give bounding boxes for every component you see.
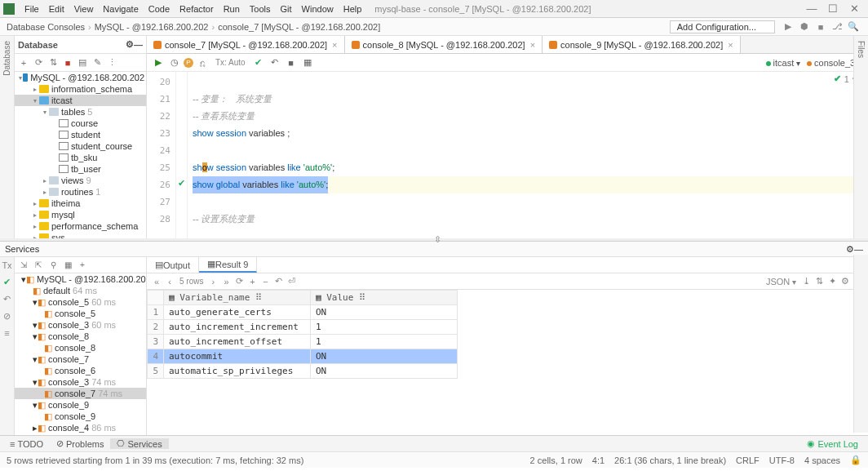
db-tree-item[interactable]: tb_sku: [15, 152, 146, 163]
close-tab-icon[interactable]: ×: [530, 40, 535, 50]
db-tree-item[interactable]: ▾MySQL - @192.168.200.202: [15, 72, 146, 83]
table-row[interactable]: 3auto_increment_offset1: [148, 335, 458, 349]
first-page-icon[interactable]: «: [150, 277, 163, 287]
services-tree-item[interactable]: ◧console_6: [15, 365, 146, 376]
commit-icon[interactable]: ⎌: [195, 56, 210, 69]
db-tree-item[interactable]: course: [15, 118, 146, 129]
db-tree-item[interactable]: ▸views9: [15, 175, 146, 186]
table-row[interactable]: 2auto_increment_increment1: [148, 320, 458, 335]
db-tree-item[interactable]: ▸information_schema: [15, 83, 146, 95]
splitter[interactable]: ⇳: [0, 238, 868, 241]
services-tree-item[interactable]: ▾◧console_8: [15, 331, 146, 342]
menu-git[interactable]: Git: [276, 4, 297, 14]
services-tree-item[interactable]: ▾◧MySQL - @192.168.200.20: [15, 273, 146, 285]
event-log-tab[interactable]: ◉ Event Log: [800, 438, 865, 449]
services-tab[interactable]: ⎔ Services: [110, 438, 168, 449]
sv-add-icon[interactable]: +: [76, 259, 89, 272]
result-tab[interactable]: ▦ Result 9: [199, 257, 257, 273]
services-hide-icon[interactable]: ―: [854, 244, 863, 254]
del-row-icon[interactable]: −: [259, 277, 272, 287]
tx-mode[interactable]: Tx: Auto: [215, 58, 246, 67]
editor-tab-1[interactable]: console_8 [MySQL - @192.168.200.202]×: [345, 36, 543, 53]
services-tree[interactable]: ▾◧MySQL - @192.168.200.20◧default64 ms▾◧…: [15, 273, 146, 435]
edit-icon[interactable]: ✎: [91, 56, 104, 69]
run-config-combo[interactable]: Add Configuration...: [670, 20, 775, 33]
tx-icon[interactable]: Tx: [2, 260, 11, 270]
rail-database-label[interactable]: Database: [2, 41, 11, 76]
services-tree-item[interactable]: ◧console_8: [15, 342, 146, 353]
sv-group-icon[interactable]: ▦: [61, 259, 74, 272]
menu-view[interactable]: View: [69, 4, 99, 14]
database-tree[interactable]: ▾MySQL - @192.168.200.202▸information_sc…: [15, 72, 146, 238]
services-tree-item[interactable]: ▾◧console_374 ms: [15, 376, 146, 388]
close-tab-icon[interactable]: ×: [332, 40, 337, 50]
table-row[interactable]: 4autocommitON: [148, 349, 458, 364]
status-indent[interactable]: 4 spaces: [804, 455, 840, 465]
maximize-button[interactable]: ☐: [822, 2, 844, 15]
services-tree-item[interactable]: ▾◧console_560 ms: [15, 296, 146, 308]
plan-icon[interactable]: P: [184, 58, 193, 68]
sync-icon[interactable]: ⇅: [46, 56, 60, 69]
menu-code[interactable]: Code: [144, 4, 175, 14]
services-tree-item[interactable]: ▾◧console_7: [15, 353, 146, 365]
services-gear-icon[interactable]: ⚙: [846, 244, 854, 255]
sv-collapse-icon[interactable]: ⇱: [32, 259, 45, 272]
editor-tab-2[interactable]: console_9 [MySQL - @192.168.200.202]×: [542, 36, 741, 53]
crumb-root[interactable]: Database Consoles: [7, 22, 85, 32]
next-page-icon[interactable]: ›: [206, 277, 219, 287]
stop-icon[interactable]: ■: [61, 56, 74, 69]
add-icon[interactable]: +: [17, 56, 30, 69]
db-tree-item[interactable]: tb_user: [15, 163, 146, 175]
explain-icon[interactable]: ◷: [167, 56, 182, 69]
commit-row-icon[interactable]: ⏎: [285, 276, 298, 287]
status-crlf[interactable]: CRLF: [736, 455, 760, 465]
services-tree-item[interactable]: ▾◧console_9: [15, 399, 146, 411]
table-row[interactable]: 5automatic_sp_privilegesON: [148, 364, 458, 379]
sv-filter-icon[interactable]: ⚲: [46, 259, 60, 272]
sv-check-icon[interactable]: ✔: [3, 277, 11, 287]
refresh-icon[interactable]: ⟳: [32, 56, 45, 69]
menu-run[interactable]: Run: [219, 4, 245, 14]
run-icon[interactable]: ▶: [782, 20, 795, 33]
export-icon[interactable]: ⤓: [799, 276, 813, 287]
view-mode[interactable]: JSON ▾: [766, 277, 796, 287]
todo-tab[interactable]: ≡ TODO: [3, 439, 50, 449]
menu-help[interactable]: Help: [339, 4, 367, 14]
db-tree-item[interactable]: student_course: [15, 140, 146, 152]
menu-edit[interactable]: Edit: [44, 4, 69, 14]
editor-body[interactable]: 202122232425262728 ✔ ✔ 1 ^▾ -- 变量： 系统变量-…: [147, 72, 868, 238]
sv-undo-icon[interactable]: ↶: [3, 294, 11, 304]
schema-selector[interactable]: itcast ▾: [766, 58, 800, 68]
result-grid[interactable]: ▦ Variable_name ⠿▦ Value ⠿1auto_generate…: [147, 290, 868, 435]
services-tree-item[interactable]: ▸◧MySQL - @localhost: [15, 433, 146, 435]
add-row-icon[interactable]: +: [246, 277, 259, 287]
stop2-icon[interactable]: ■: [284, 56, 299, 69]
minimize-button[interactable]: ―: [801, 2, 822, 15]
editor-tab-0[interactable]: console_7 [MySQL - @192.168.200.202]×: [147, 36, 345, 53]
filter-icon[interactable]: ▤: [76, 56, 89, 69]
undo-icon[interactable]: ↶: [268, 56, 282, 69]
menu-window[interactable]: Window: [297, 4, 339, 14]
sv-more-icon[interactable]: ≡: [4, 328, 9, 338]
reload-icon[interactable]: ⟳: [232, 276, 246, 287]
debug-icon[interactable]: ⬢: [798, 20, 811, 33]
pin-icon[interactable]: ✦: [826, 276, 839, 287]
menu-file[interactable]: File: [20, 4, 44, 14]
settings-icon[interactable]: ⚙: [839, 276, 852, 287]
revert-icon[interactable]: ↶: [272, 276, 285, 287]
last-page-icon[interactable]: »: [219, 277, 232, 287]
search-icon[interactable]: 🔍: [847, 20, 860, 33]
git-icon[interactable]: ⎇: [830, 20, 844, 33]
db-tree-item[interactable]: student: [15, 129, 146, 140]
stop-icon[interactable]: ■: [814, 20, 827, 33]
check-icon[interactable]: ✔: [251, 56, 266, 69]
crumb-console[interactable]: console_7 [MySQL - @192.168.200.202]: [218, 22, 380, 32]
more-icon[interactable]: ⋮: [105, 56, 118, 69]
crumb-db[interactable]: MySQL - @192.168.200.202: [95, 22, 209, 32]
close-tab-icon[interactable]: ×: [728, 40, 733, 50]
db-tree-item[interactable]: ▸sys: [15, 232, 146, 238]
services-tree-item[interactable]: ◧console_9: [15, 411, 146, 422]
problems-tab[interactable]: ⊘ Problems: [50, 438, 110, 449]
services-tree-item[interactable]: ▾◧console_360 ms: [15, 319, 146, 331]
grid-icon[interactable]: ▦: [300, 56, 315, 69]
